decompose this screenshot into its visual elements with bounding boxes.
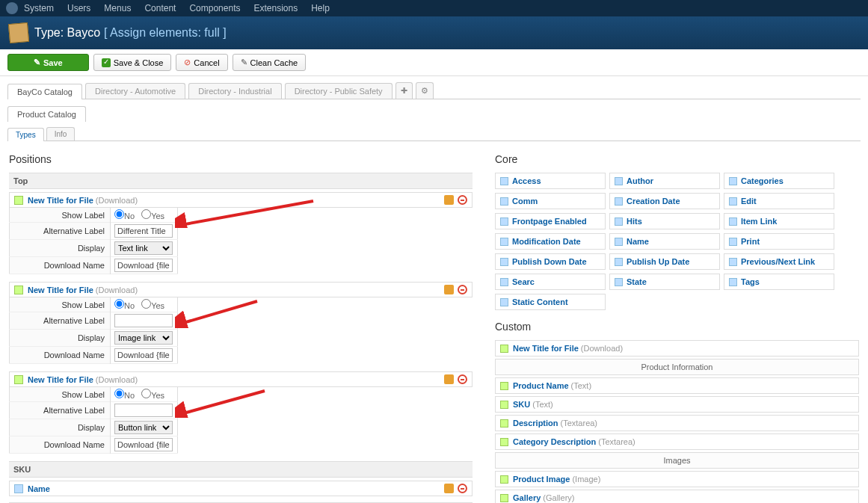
custom-link[interactable]: Product Image [513,475,570,484]
tab-automotive[interactable]: Directory - Automotive [85,83,185,99]
core-link[interactable]: Print [741,237,760,246]
core-link[interactable]: Frontpage Enabled [512,217,587,226]
core-chip[interactable]: Item Link [724,213,834,229]
dn-input[interactable] [114,259,173,272]
core-chip[interactable]: Print [724,233,834,250]
core-chip[interactable]: Static Content [495,294,606,310]
core-link[interactable]: Publish Down Date [512,257,587,266]
core-chip[interactable]: Tags [724,274,834,290]
core-chip[interactable]: Categories [724,173,834,189]
core-chip[interactable]: Frontpage Enabled [495,213,606,229]
delete-icon[interactable] [458,195,467,205]
core-link[interactable]: State [627,277,647,286]
show-no[interactable] [114,209,124,219]
delete-icon[interactable] [458,374,467,384]
core-link[interactable]: Searc [512,277,535,286]
core-chip[interactable]: Searc [495,274,606,290]
custom-item[interactable]: Product Image (Image) [495,471,859,487]
core-link[interactable]: Author [627,176,653,185]
menu-help[interactable]: Help [311,3,330,13]
display-select[interactable]: Image link [114,331,173,345]
alt-label-input[interactable] [114,224,173,238]
core-link[interactable]: Edit [741,197,757,206]
custom-link[interactable]: Gallery [513,493,541,502]
core-link[interactable]: Name [627,237,649,246]
menu-extensions[interactable]: Extensions [253,3,298,13]
edit-icon[interactable] [444,195,454,205]
core-chip[interactable]: Publish Up Date [609,253,720,270]
save-close-button[interactable]: Save & Close [93,54,172,71]
subtab-types[interactable]: Types [7,128,44,141]
dn-input[interactable] [114,348,173,362]
menu-users[interactable]: Users [67,3,90,13]
custom-link[interactable]: Description [513,419,558,428]
core-chip[interactable]: Author [609,173,720,189]
core-link[interactable]: Creation Date [627,197,680,206]
tab-add-button[interactable]: ✚ [395,82,413,99]
show-yes[interactable] [141,299,151,309]
cancel-button[interactable]: ⊘ Cancel [176,54,227,71]
core-chip[interactable]: Modification Date [495,233,606,250]
menu-system[interactable]: System [24,3,54,13]
custom-link[interactable]: Category Description [513,437,596,446]
core-chip[interactable]: State [609,274,720,290]
alt-label-input[interactable] [114,314,173,327]
core-link[interactable]: Comm [512,197,538,206]
edit-icon[interactable] [444,285,454,294]
delete-icon[interactable] [458,484,467,493]
custom-item[interactable]: New Title for File (Download) [495,340,859,357]
core-link[interactable]: Previous/Next Link [741,257,815,266]
core-chip[interactable]: Name [609,233,720,250]
show-no[interactable] [114,299,124,309]
custom-item[interactable]: Category Description (Textarea) [495,433,859,450]
menu-components[interactable]: Components [189,3,240,13]
core-link[interactable]: Publish Up Date [627,257,689,266]
custom-item[interactable]: Product Name (Text) [495,377,859,394]
core-chip[interactable]: Hits [609,213,720,229]
item-link[interactable]: New Title for File [28,375,93,384]
core-chip[interactable]: Edit [724,193,834,209]
display-select[interactable]: Button link [114,421,173,434]
tab-bayco-catalog[interactable]: BayCo Catalog [7,84,82,99]
custom-item[interactable]: Gallery (Gallery) [495,490,859,503]
custom-link[interactable]: Product Name [513,381,569,390]
item-row[interactable]: New Title for File (Download) [9,371,473,387]
clean-cache-button[interactable]: ✎ Clean Cache [233,54,307,71]
edit-icon[interactable] [444,484,454,493]
custom-item[interactable]: Description (Textarea) [495,415,859,431]
menu-menus[interactable]: Menus [104,3,131,13]
item-link[interactable]: Name [28,484,50,493]
show-yes[interactable] [141,209,151,219]
tab-config-button[interactable]: ⚙ [416,82,434,99]
custom-link[interactable]: New Title for File [513,344,579,353]
tab-industrial[interactable]: Directory - Industrial [188,83,281,99]
item-link[interactable]: New Title for File [28,286,93,294]
core-link[interactable]: Tags [741,277,760,286]
custom-item[interactable]: SKU (Text) [495,396,859,413]
core-link[interactable]: Static Content [512,297,568,306]
show-no[interactable] [114,389,124,398]
core-link[interactable]: Modification Date [512,237,581,246]
core-link[interactable]: Hits [627,217,642,226]
display-select[interactable]: Text link [114,241,173,255]
tab-public-safety[interactable]: Directory - Public Safety [285,83,393,99]
save-button[interactable]: ✎ Save [7,54,89,71]
subtab-info[interactable]: Info [46,127,76,141]
show-yes[interactable] [141,389,151,398]
core-link[interactable]: Categories [741,176,784,185]
custom-link[interactable]: SKU [513,400,530,409]
tab-product-catalog[interactable]: Product Catalog [7,106,86,122]
core-link[interactable]: Item Link [741,217,777,226]
core-chip[interactable]: Access [495,173,606,189]
edit-icon[interactable] [444,374,454,384]
item-link[interactable]: New Title for File [28,196,93,205]
alt-label-input[interactable] [114,404,173,417]
core-chip[interactable]: Creation Date [609,193,720,209]
delete-icon[interactable] [458,285,467,294]
item-row[interactable]: New Title for File (Download) [9,282,473,297]
dn-input[interactable] [114,438,173,451]
item-row[interactable]: Name [9,481,473,496]
menu-content[interactable]: Content [144,3,176,13]
core-chip[interactable]: Publish Down Date [495,253,606,270]
core-chip[interactable]: Previous/Next Link [724,253,834,270]
